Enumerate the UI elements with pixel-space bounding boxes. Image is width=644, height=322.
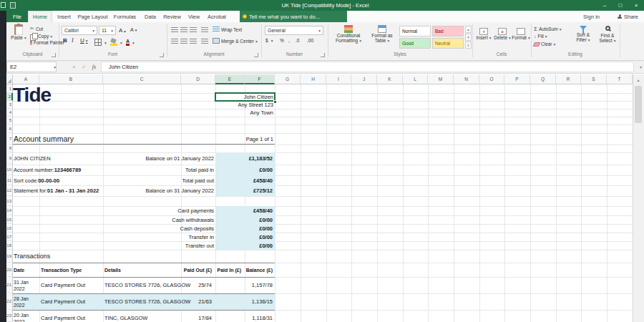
row-header-6[interactable]: 6 <box>6 125 13 133</box>
cell-cash-withdrawals-value[interactable]: £0/00 <box>215 215 273 224</box>
column-header-k[interactable]: K <box>377 74 403 84</box>
percent-button[interactable]: % <box>280 38 284 43</box>
column-header-f[interactable]: F <box>245 74 275 84</box>
table-row-1-date[interactable]: 31 Jan 2022 <box>14 277 36 293</box>
underline-button[interactable]: U <box>80 37 88 44</box>
cell-transfer-in-value[interactable]: £0/00 <box>215 233 273 241</box>
tab-view[interactable]: View <box>184 11 204 22</box>
column-header-c[interactable]: C <box>103 74 181 84</box>
column-header-t[interactable]: T <box>607 74 633 84</box>
column-header-g[interactable]: G <box>275 74 301 84</box>
cell-style-neutral[interactable]: Neutral <box>432 38 464 49</box>
align-center-icon[interactable] <box>180 39 187 44</box>
row-header-16[interactable]: 16 <box>6 224 13 233</box>
row-header-3[interactable]: 3 <box>6 101 13 109</box>
column-header-q[interactable]: Q <box>530 74 556 84</box>
table-header-balance[interactable]: Balance (£) <box>240 263 273 277</box>
row-header-1[interactable]: 1 <box>6 84 13 93</box>
row-header-4[interactable]: 4 <box>6 109 13 117</box>
select-all-corner[interactable] <box>6 74 13 84</box>
table-header-details[interactable]: Details <box>104 263 121 277</box>
formula-bar-expand-icon[interactable]: ▾ <box>640 64 642 69</box>
row-header-14[interactable]: 14 <box>6 206 13 215</box>
close-button[interactable]: × <box>628 0 644 11</box>
cell-transfer-out-label[interactable]: Transfer out <box>107 241 214 250</box>
table-row-3-type[interactable]: Card Payment Out <box>41 310 85 322</box>
cell-cash-deposits-value[interactable]: £0/00 <box>215 224 273 233</box>
cell-recipient-town[interactable]: Any Town <box>215 109 273 117</box>
align-middle-icon[interactable] <box>180 27 187 33</box>
shrink-font-button[interactable]: A▾ <box>130 27 137 32</box>
column-header-h[interactable]: H <box>301 74 326 84</box>
column-header-e[interactable]: E <box>215 74 245 84</box>
table-row-3-balance[interactable]: 1,118/31 <box>240 310 273 322</box>
cell-cash-deposits-label[interactable]: Cash deposits <box>107 224 214 233</box>
tab-file[interactable]: File <box>6 11 28 22</box>
format-cells-button[interactable]: Format <box>512 28 530 51</box>
cell-card-payments-value[interactable]: £458/40 <box>215 206 273 215</box>
column-header-p[interactable]: P <box>504 74 530 84</box>
align-top-icon[interactable] <box>171 27 178 33</box>
align-left-icon[interactable] <box>171 39 178 44</box>
font-dialog-launcher[interactable] <box>160 53 164 57</box>
table-header-paid-in[interactable]: Paid In (£) <box>208 263 241 277</box>
grow-font-button[interactable]: A▴ <box>119 27 126 34</box>
table-row-1-type[interactable]: Card Payment Out <box>41 277 85 293</box>
tab-data[interactable]: Data <box>140 11 160 22</box>
tab-page-layout[interactable]: Page Layout <box>76 11 109 22</box>
autosum-button[interactable]: Σ AutoSum <box>534 26 561 32</box>
selection-fill-handle[interactable] <box>273 100 277 104</box>
cell-paid-in-label[interactable]: Total paid in <box>107 165 214 175</box>
find-select-button[interactable]: Find & Select <box>597 26 618 54</box>
cell-sort-code[interactable]: Sort code: 00-00-00 <box>14 175 59 185</box>
merge-center-button[interactable]: Merge & Center <box>213 38 258 44</box>
clipboard-dialog-launcher[interactable] <box>52 53 56 57</box>
row-header-20[interactable]: 20 <box>6 263 13 277</box>
borders-button[interactable] <box>94 39 107 46</box>
cut-button[interactable]: ✂ Cut <box>30 26 43 31</box>
italic-button[interactable]: I <box>72 37 74 44</box>
cell-recipient-street[interactable]: Any Street 123 <box>215 101 273 109</box>
cell-paid-out-label[interactable]: Total paid out <box>107 175 214 185</box>
insert-function-button[interactable]: fx <box>89 62 99 72</box>
font-color-button[interactable]: A <box>126 39 135 46</box>
orientation-icon[interactable] <box>201 27 208 33</box>
format-as-table-button[interactable]: Format as Table <box>366 25 398 54</box>
insert-cells-button[interactable]: + Insert <box>475 28 492 51</box>
cell-style-normal[interactable]: Normal <box>399 26 431 36</box>
cell-page-number[interactable]: Page 1 of 1 <box>215 135 273 144</box>
row-header-21[interactable]: 21 <box>6 277 13 293</box>
scrollbar-up-icon[interactable]: ▴ <box>633 74 644 84</box>
cell-balance-open-label[interactable]: Balance on 01 January 2022 <box>107 152 214 165</box>
column-header-o[interactable]: O <box>479 74 504 84</box>
cell-balance-close-label[interactable]: Balance on 31 January 2022 <box>107 185 214 196</box>
column-header-l[interactable]: L <box>403 74 428 84</box>
table-header-date[interactable]: Date <box>14 263 24 277</box>
cell-transfer-out-value[interactable]: £0/00 <box>215 241 273 250</box>
scrollbar-thumb[interactable] <box>635 86 642 123</box>
comma-style-button[interactable]: , <box>288 38 290 43</box>
tab-insert[interactable]: Insert <box>52 11 76 22</box>
table-row-3-date[interactable]: 20 Jan 2022 <box>14 310 36 322</box>
table-row-2-date[interactable]: 28 Jan 2022 <box>14 293 36 310</box>
bold-button[interactable]: B <box>63 37 67 44</box>
fill-button[interactable]: ↓ Fill <box>534 34 547 39</box>
cell-card-payments-label[interactable]: Card payments <box>107 206 214 215</box>
column-header-r[interactable]: R <box>556 74 581 84</box>
copy-button[interactable]: Copy <box>30 33 52 39</box>
row-header-19[interactable]: 19 <box>6 250 13 263</box>
table-row-3-paid-out[interactable]: 17/84 <box>172 310 212 322</box>
cell-paid-out-value[interactable]: £458/40 <box>215 175 273 185</box>
row-header-13[interactable]: 13 <box>6 196 13 206</box>
column-header-s[interactable]: S <box>581 74 607 84</box>
currency-button[interactable]: $ <box>265 38 273 43</box>
cell-paid-in-value[interactable]: £0/00 <box>215 165 273 175</box>
table-row-3-details[interactable]: TINC, GLASGOW <box>104 310 147 322</box>
row-header-15[interactable]: 15 <box>6 215 13 224</box>
font-size-select[interactable]: 11 <box>99 26 116 35</box>
table-row-1-balance[interactable]: 1,157/78 <box>240 277 273 293</box>
table-row-2-balance[interactable]: 1,136/15 <box>240 293 273 310</box>
table-row-1-paid-out[interactable]: 25/74 <box>172 277 212 293</box>
cell-balance-close-value[interactable]: £725/12 <box>215 185 273 196</box>
cell-balance-open-value[interactable]: £1,183/52 <box>215 152 273 165</box>
